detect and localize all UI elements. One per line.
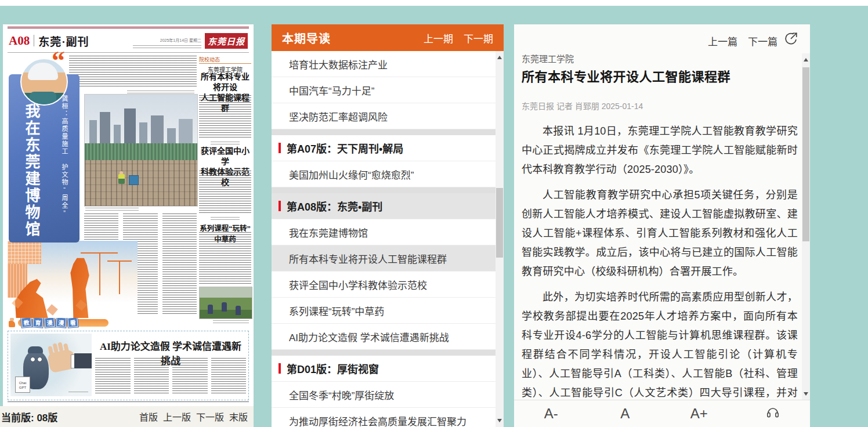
toc-article-item[interactable]: 中国汽车“马力十足”: [272, 77, 496, 103]
photo-building: [89, 120, 97, 146]
crane-icon: [99, 254, 100, 295]
cartoon-body-columns: [95, 358, 246, 395]
red-bar-icon: [279, 143, 281, 153]
scroll-up-icon[interactable]: [804, 58, 808, 61]
badge-tiles: 教育漫漫看: [21, 317, 78, 327]
page-nav-link[interactable]: 上一版: [163, 410, 191, 424]
scroll-down-icon[interactable]: [804, 392, 808, 396]
article-toolbar: A- A A+: [514, 400, 810, 427]
photo-worker: [118, 174, 125, 184]
toc-article-item[interactable]: 为推动厚街经济社会高质量发展汇智聚力: [272, 408, 496, 427]
next-issue-link[interactable]: 下一期: [464, 31, 493, 45]
newspaper-page-preview[interactable]: A08 东莞·副刊 2025年1月14日 星期二 东莞日报 龚桓：高质量施工 护…: [3, 24, 254, 406]
article-scrollbar[interactable]: [802, 53, 810, 400]
scrollbar-thumb[interactable]: [802, 67, 809, 241]
page-nav-links: 首版上一版下一版末版: [139, 410, 248, 424]
article-paragraph: 本报讯 1月10日，东莞理工学院人工智能教育教学研究中心正式揭牌成立并发布《东莞…: [522, 122, 798, 179]
listen-button[interactable]: [736, 404, 811, 423]
toc-header: 本期导读 上一期 下一期: [272, 24, 504, 51]
toc-panel: 本期导读 上一期 下一期 培育壮大数据标注产业中国汽车“马力十足”坚决防范汇率超…: [272, 24, 504, 427]
article-paragraphs: 本报讯 1月10日，东莞理工学院人工智能教育教学研究中心正式揭牌成立并发布《东莞…: [522, 122, 798, 400]
cartoon-illustration: Chat GPT: [10, 334, 92, 396]
toc-item-label: AI助力论文造假 学术诚信遭遇新挑战: [289, 330, 449, 344]
cartoon-cap: [28, 346, 43, 353]
paper-header-divider: [34, 35, 34, 46]
photo-building: [114, 125, 121, 146]
article2-title-line1: 获评全国中小学: [199, 146, 251, 167]
toc-article-item[interactable]: 美国加州山火缘何“愈烧愈烈”: [272, 161, 496, 187]
next-article-link[interactable]: 下一篇: [748, 34, 777, 48]
paper-bottom-rule: [8, 401, 249, 402]
toc-section-header[interactable]: 第D01版：厚街视窗: [272, 356, 496, 382]
prev-issue-link[interactable]: 上一期: [424, 31, 453, 45]
badge-char: 看: [67, 317, 78, 327]
hard-hat-icon: [28, 63, 58, 80]
toc-article-item[interactable]: 坚决防范汇率超调风险: [272, 103, 496, 129]
fake-text-column: [211, 358, 247, 395]
badge-char: 漫: [56, 317, 66, 327]
page-nav-link[interactable]: 首版: [139, 410, 158, 424]
photo-building: [179, 119, 193, 146]
fake-text-column: [134, 358, 169, 395]
edu-cartoon-badge: 教育漫漫看: [8, 317, 124, 328]
page-nav-link[interactable]: 下一版: [196, 410, 224, 424]
fake-text-column: [162, 214, 197, 316]
photo-blue-box: [129, 175, 139, 185]
toc-article-item[interactable]: 所有本科专业将开设人工智能课程群: [272, 245, 496, 272]
paper-date-block: 2025年1月14日 星期二: [133, 34, 201, 48]
scroll-down-icon[interactable]: [497, 419, 502, 422]
decor-triangle: [46, 304, 58, 316]
avatar-shirt: [30, 92, 56, 104]
feature-intro-text-block: [69, 56, 197, 88]
article-paragraph: 人工智能教育教学研究中心承担5项关键任务，分别是创新人工智能人才培养模式、建设人…: [522, 186, 798, 281]
photo-building: [124, 108, 136, 146]
cartoon-sleeve: [74, 353, 92, 368]
font-reset-button[interactable]: A: [588, 406, 663, 422]
cartoon-finger: [57, 342, 63, 352]
toc-section-header[interactable]: 第A07版：天下周刊•解局: [272, 135, 496, 161]
toc-article-item[interactable]: 全国冬季“村晚”厚街绽放: [272, 382, 496, 408]
current-page-label: 当前版: 08版: [1, 410, 57, 424]
article-title: 所有本科专业将开设人工智能课程群: [522, 66, 730, 85]
share-icon[interactable]: [783, 31, 798, 46]
toc-scrollbar[interactable]: [496, 51, 504, 427]
paper-info-line: [133, 45, 201, 48]
toc-article-item[interactable]: AI助力论文造假 学术诚信遭遇新挑战: [272, 324, 496, 350]
headphones-icon: [765, 404, 780, 419]
toc-article-item[interactable]: 培育壮大数据标注产业: [272, 51, 496, 77]
font-smaller-button[interactable]: A-: [514, 406, 588, 422]
toc-item-label: 我在东莞建博物馆: [289, 225, 368, 240]
toc-section-header[interactable]: 第A08版：东莞•副刊: [272, 193, 496, 219]
prev-article-link[interactable]: 上一篇: [708, 34, 737, 48]
article-panel: 上一篇 下一篇 东莞理工学院 所有本科专业将开设人工智能课程群 东莞日报 记者 …: [514, 24, 810, 427]
scroll-up-icon[interactable]: [497, 56, 502, 59]
page-navigation-bar: 当前版: 08版 首版上一版下一版末版: [0, 406, 254, 427]
workers-illustration: [8, 241, 138, 318]
red-bar-icon: [279, 201, 281, 211]
toc-gap: [272, 350, 496, 356]
font-larger-button[interactable]: A+: [662, 406, 736, 422]
paper-top-rule: [8, 27, 249, 28]
page-nav-link[interactable]: 末版: [229, 410, 248, 424]
toc-list: 培育壮大数据标注产业中国汽车“马力十足”坚决防范汇率超调风险第A07版：天下周刊…: [272, 51, 496, 427]
toc-article-item[interactable]: 我在东莞建博物馆: [272, 219, 496, 245]
toc-item-label: 第A08版：东莞•副刊: [287, 198, 382, 214]
cartoon-glasses: [37, 357, 42, 362]
photo-safety-net: [85, 143, 197, 160]
toc-item-label: 为推动厚街经济社会高质量发展汇智聚力: [289, 414, 466, 427]
toc-item-label: 培育壮大数据标注产业: [289, 57, 388, 71]
toc-item-label: 坚决防范汇率超调风险: [289, 109, 388, 124]
toc-item-label: 全国冬季“村晚”厚街绽放: [289, 388, 394, 402]
article3-kicker-line: [211, 217, 240, 220]
feature-byline-line: [127, 91, 194, 93]
toc-article-item[interactable]: 系列课程“玩转”中草药: [272, 298, 496, 324]
scrollbar-thumb[interactable]: [496, 188, 503, 258]
paper-page-label: A08: [9, 34, 30, 48]
paper-header-rule: [8, 52, 249, 53]
toc-article-item[interactable]: 获评全国中小学科教体验示范校: [272, 272, 496, 298]
article-nav: 上一篇 下一篇: [708, 34, 777, 48]
cartoon-credit-line: [68, 392, 88, 394]
badge-char: 漫: [44, 317, 55, 327]
toc-item-label: 系列课程“玩转”中草药: [289, 303, 384, 318]
toc-gap: [272, 187, 496, 193]
